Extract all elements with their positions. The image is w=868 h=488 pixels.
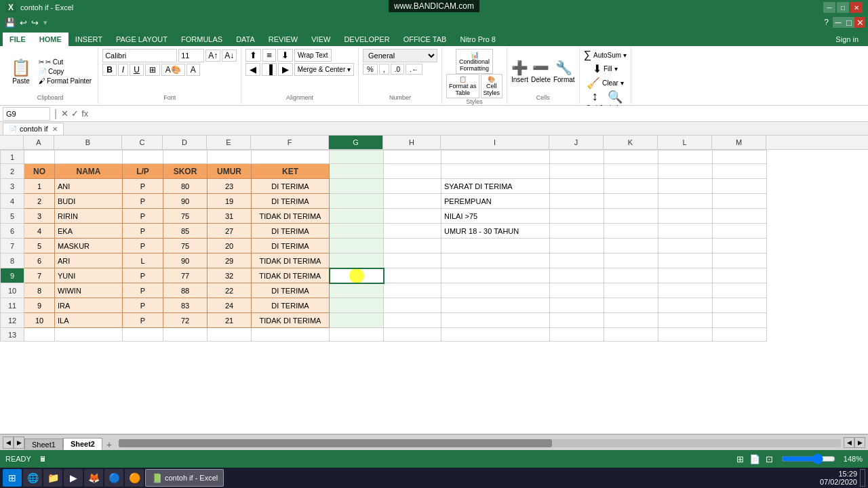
- insert-function-button[interactable]: fx: [81, 108, 88, 119]
- cell-l5[interactable]: [658, 209, 713, 224]
- cell-b2[interactable]: NAMA: [55, 164, 123, 179]
- cell-d6[interactable]: 85: [163, 224, 208, 239]
- tab-home[interactable]: HOME: [33, 33, 68, 46]
- cell-d9[interactable]: 77: [163, 268, 208, 283]
- cell-d10[interactable]: 88: [163, 283, 208, 298]
- col-header-h[interactable]: H: [383, 136, 441, 149]
- cell-k11[interactable]: [604, 298, 658, 313]
- cell-j13[interactable]: [550, 328, 604, 342]
- align-center-button[interactable]: ▐: [262, 63, 276, 76]
- tab-formulas[interactable]: FORMULAS: [174, 33, 229, 46]
- cell-j3[interactable]: [550, 179, 604, 194]
- cell-b11[interactable]: IRA: [55, 298, 123, 313]
- row-num-2[interactable]: 2: [1, 164, 24, 179]
- row-num-13[interactable]: 13: [1, 328, 24, 342]
- cell-j4[interactable]: [550, 194, 604, 209]
- cell-g9[interactable]: [330, 268, 384, 283]
- cell-d8[interactable]: 90: [163, 253, 208, 268]
- cell-h9[interactable]: [384, 268, 441, 283]
- merge-center-button[interactable]: Merge & Center ▾: [294, 63, 354, 76]
- start-button[interactable]: ⊞: [3, 469, 22, 487]
- cell-f13[interactable]: [252, 328, 330, 342]
- cell-styles-button[interactable]: 🎨 Cell Styles: [481, 74, 503, 98]
- cell-c1[interactable]: [123, 150, 163, 164]
- cell-a6[interactable]: 4: [24, 224, 55, 239]
- quick-undo-button[interactable]: ↩: [18, 14, 29, 31]
- cell-c12[interactable]: P: [123, 313, 163, 328]
- cancel-formula-button[interactable]: ✕: [61, 108, 68, 119]
- cell-i11[interactable]: [441, 298, 550, 313]
- cell-f1[interactable]: [252, 150, 330, 164]
- cell-m1[interactable]: [713, 150, 767, 164]
- cell-l4[interactable]: [658, 194, 713, 209]
- copy-button[interactable]: 📄 Copy: [37, 67, 94, 76]
- cell-g6[interactable]: [330, 224, 384, 239]
- row-num-8[interactable]: 8: [1, 253, 24, 268]
- cell-h7[interactable]: [384, 239, 441, 253]
- row-num-4[interactable]: 4: [1, 194, 24, 209]
- zoom-slider[interactable]: [781, 455, 835, 463]
- cell-b9[interactable]: YUNI: [55, 268, 123, 283]
- cell-g10[interactable]: [330, 283, 384, 298]
- cell-b1[interactable]: [55, 150, 123, 164]
- cell-c7[interactable]: P: [123, 239, 163, 253]
- cell-e2[interactable]: UMUR: [208, 164, 252, 179]
- col-header-f[interactable]: F: [251, 136, 329, 149]
- col-header-d[interactable]: D: [163, 136, 207, 149]
- cell-k13[interactable]: [604, 328, 658, 342]
- taskbar-chrome-button[interactable]: 🔵: [104, 469, 123, 487]
- cell-g13[interactable]: [330, 328, 384, 342]
- cell-d13[interactable]: [163, 328, 208, 342]
- cell-a11[interactable]: 9: [24, 298, 55, 313]
- cell-b5[interactable]: RIRIN: [55, 209, 123, 224]
- cell-f9[interactable]: TIDAK DI TERIMA: [252, 268, 330, 283]
- cell-a9[interactable]: 7: [24, 268, 55, 283]
- tab-file[interactable]: FILE: [3, 33, 33, 46]
- tab-nitro[interactable]: Nitro Pro 8: [453, 33, 502, 46]
- cell-j8[interactable]: [550, 253, 604, 268]
- cell-l1[interactable]: [658, 150, 713, 164]
- cell-g12[interactable]: [330, 313, 384, 328]
- cell-l13[interactable]: [658, 328, 713, 342]
- align-left-button[interactable]: ◀: [245, 63, 260, 76]
- cell-m7[interactable]: [713, 239, 767, 253]
- cell-c10[interactable]: P: [123, 283, 163, 298]
- fill-button[interactable]: ⬇ Fill ▾: [593, 62, 618, 75]
- formula-input[interactable]: [91, 108, 865, 119]
- row-num-5[interactable]: 5: [1, 209, 24, 224]
- cell-m9[interactable]: [713, 268, 767, 283]
- cell-k2[interactable]: [604, 164, 658, 179]
- decrease-font-button[interactable]: A↓: [222, 49, 237, 62]
- cell-a7[interactable]: 5: [24, 239, 55, 253]
- cell-h10[interactable]: [384, 283, 441, 298]
- col-header-a[interactable]: A: [24, 136, 54, 149]
- col-header-l[interactable]: L: [658, 136, 712, 149]
- col-header-g[interactable]: G: [329, 136, 383, 149]
- view-layout-button[interactable]: 📄: [749, 454, 760, 464]
- format-button[interactable]: 🔧 Format: [553, 60, 575, 83]
- cell-h5[interactable]: [384, 209, 441, 224]
- row-num-9[interactable]: 9: [1, 268, 24, 283]
- cell-d7[interactable]: 75: [163, 239, 208, 253]
- cell-m11[interactable]: [713, 298, 767, 313]
- cell-e4[interactable]: 19: [208, 194, 252, 209]
- cell-a3[interactable]: 1: [24, 179, 55, 194]
- underline-button[interactable]: U: [130, 64, 144, 76]
- tab-page-layout[interactable]: PAGE LAYOUT: [109, 33, 174, 46]
- wb-close[interactable]: ✕: [854, 17, 865, 28]
- align-middle-button[interactable]: ≡: [262, 49, 276, 62]
- cell-l9[interactable]: [658, 268, 713, 283]
- taskbar-media-button[interactable]: ▶: [64, 469, 83, 487]
- cell-i5[interactable]: NILAI >75: [441, 209, 550, 224]
- cell-e8[interactable]: 29: [208, 253, 252, 268]
- wb-minimize[interactable]: ─: [833, 17, 844, 28]
- fill-color-button[interactable]: A🎨: [161, 64, 185, 76]
- cell-j11[interactable]: [550, 298, 604, 313]
- cell-i8[interactable]: [441, 253, 550, 268]
- cell-e5[interactable]: 31: [208, 209, 252, 224]
- cell-l6[interactable]: [658, 224, 713, 239]
- cell-i10[interactable]: [441, 283, 550, 298]
- row-num-1[interactable]: 1: [1, 150, 24, 164]
- cell-a13[interactable]: [24, 328, 55, 342]
- cell-f4[interactable]: DI TERIMA: [252, 194, 330, 209]
